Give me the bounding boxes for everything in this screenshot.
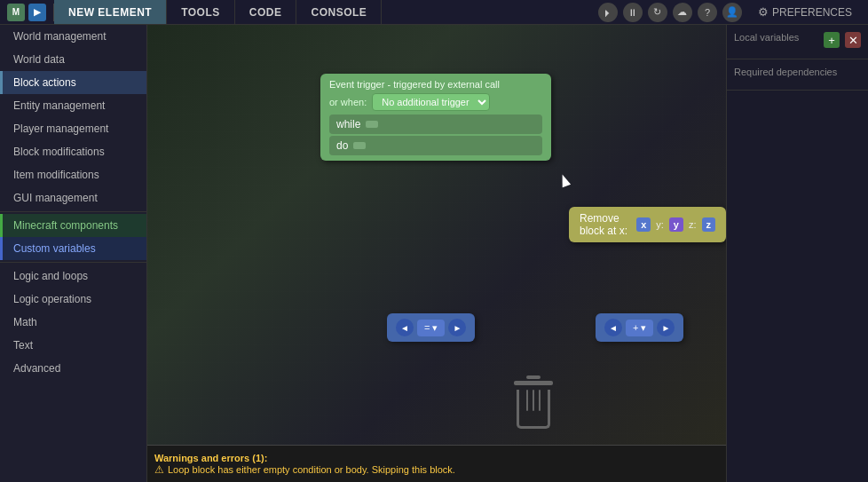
do-block[interactable]: do — [329, 136, 542, 155]
y-label: y: — [656, 219, 664, 230]
preferences-label: PREFERENCES — [772, 6, 852, 19]
sidebar: World management World data Block action… — [0, 25, 147, 482]
local-variables-section: Local variables + ✕ — [727, 25, 868, 59]
local-variables-buttons: + ✕ — [824, 32, 861, 48]
while-block[interactable]: while — [329, 115, 542, 134]
icon-btn-3[interactable]: ↻ — [648, 3, 667, 22]
loop-connector-1-left: ◄ — [396, 319, 414, 336]
canvas-area[interactable]: Event trigger - triggered by external ca… — [147, 25, 726, 482]
trash-icon[interactable] — [514, 375, 553, 429]
event-trigger-block[interactable]: Event trigger - triggered by external ca… — [320, 74, 551, 161]
trash-line-3 — [539, 390, 541, 411]
warnings-title: Warnings and errors (1): — [154, 453, 719, 463]
z-coord-badge: z — [702, 217, 716, 232]
loop-block-2[interactable]: ◄ + ▾ ► — [596, 313, 683, 342]
topbar-icon-group: ⏵ ⏸ ↻ ☁ ? 👤 ⚙ PREFERENCES — [589, 3, 868, 22]
tab-tools[interactable]: TOOLS — [167, 0, 235, 24]
status-bar: Warnings and errors (1): ⚠ Loop block ha… — [147, 445, 726, 482]
remove-block[interactable]: Remove block at x: x y: y z: z — [569, 207, 726, 242]
logo-icon-2: ▶ — [28, 4, 46, 21]
icon-btn-4[interactable]: ☁ — [673, 3, 692, 22]
tab-new-element[interactable]: NEW ELEMENT — [54, 0, 167, 24]
y-coord-badge: y — [669, 217, 683, 232]
status-error-row: ⚠ Loop block has either empty condition … — [154, 463, 719, 476]
event-block-title: Event trigger - triggered by external ca… — [329, 79, 542, 90]
do-notch — [353, 142, 366, 149]
required-dependencies-section: Required dependencies — [727, 59, 868, 91]
sidebar-item-world-data[interactable]: World data — [0, 48, 146, 71]
topbar-tabs: NEW ELEMENT TOOLS CODE CONSOLE — [54, 0, 382, 24]
logo-area: M ▶ — [0, 4, 54, 21]
error-text: Loop block has either empty condition or… — [168, 464, 455, 475]
trash-lid — [514, 381, 553, 385]
trigger-dropdown[interactable]: No additional trigger — [372, 93, 490, 111]
sidebar-item-item-modifications[interactable]: Item modifications — [0, 163, 146, 186]
trash-line-1 — [526, 390, 528, 411]
sidebar-item-advanced[interactable]: Advanced — [0, 357, 146, 380]
loop-btn-2[interactable]: + ▾ — [626, 320, 653, 336]
sidebar-item-world-management[interactable]: World management — [0, 25, 146, 48]
loop-connector-2-right: ► — [657, 319, 675, 336]
gear-icon: ⚙ — [758, 5, 769, 19]
remove-variable-button[interactable]: ✕ — [845, 32, 861, 48]
loop-btn-1[interactable]: = ▾ — [417, 320, 445, 336]
warning-icon: ⚠ — [154, 463, 164, 476]
right-panel: Local variables + ✕ Required dependencie… — [726, 25, 868, 482]
event-block-trigger-row: or when: No additional trigger — [329, 93, 542, 111]
sidebar-item-text[interactable]: Text — [0, 334, 146, 357]
sidebar-item-minecraft-components[interactable]: Minecraft components — [0, 214, 146, 237]
sidebar-item-custom-variables[interactable]: Custom variables — [0, 237, 146, 260]
loop-connector-2-left: ◄ — [604, 319, 622, 336]
add-variable-button[interactable]: + — [824, 32, 840, 48]
required-dependencies-title: Required dependencies — [734, 67, 861, 77]
trash-body — [517, 390, 550, 429]
sidebar-item-player-management[interactable]: Player management — [0, 117, 146, 140]
trash-line-2 — [533, 390, 534, 411]
trash-handle — [526, 375, 541, 379]
do-label: do — [336, 139, 348, 152]
icon-btn-1[interactable]: ⏵ — [598, 3, 618, 22]
sidebar-item-math[interactable]: Math — [0, 311, 146, 334]
logo-icon: M — [7, 4, 25, 21]
main-layout: World management World data Block action… — [0, 25, 868, 482]
while-notch — [366, 121, 378, 128]
sidebar-item-gui-management[interactable]: GUI management — [0, 186, 146, 209]
or-when-label: or when: — [329, 97, 367, 107]
sidebar-item-logic-and-loops[interactable]: Logic and loops — [0, 265, 146, 288]
sidebar-divider-2 — [0, 262, 146, 263]
preferences-button[interactable]: ⚙ PREFERENCES — [751, 5, 859, 19]
icon-btn-5[interactable]: ? — [698, 3, 717, 22]
loop-connector-1-right: ► — [448, 319, 466, 336]
x-coord-badge: x — [636, 217, 651, 232]
tab-code[interactable]: CODE — [235, 0, 297, 24]
sidebar-item-block-modifications[interactable]: Block modifications — [0, 140, 146, 163]
tab-console[interactable]: CONSOLE — [296, 0, 382, 24]
sidebar-divider-1 — [0, 211, 146, 212]
sidebar-item-logic-operations[interactable]: Logic operations — [0, 288, 146, 311]
icon-btn-2[interactable]: ⏸ — [623, 3, 643, 22]
sidebar-item-entity-management[interactable]: Entity management — [0, 94, 146, 117]
remove-block-label: Remove block at x: — [580, 212, 631, 237]
while-label: while — [336, 118, 360, 130]
icon-btn-6[interactable]: 👤 — [722, 3, 742, 22]
local-variables-title: Local variables — [734, 32, 799, 43]
sidebar-item-block-actions[interactable]: Block actions — [0, 71, 146, 94]
z-label: z: — [689, 219, 697, 230]
trash-lines — [519, 390, 548, 411]
topbar: M ▶ NEW ELEMENT TOOLS CODE CONSOLE ⏵ ⏸ ↻… — [0, 0, 868, 25]
loop-block-1[interactable]: ◄ = ▾ ► — [387, 313, 475, 342]
